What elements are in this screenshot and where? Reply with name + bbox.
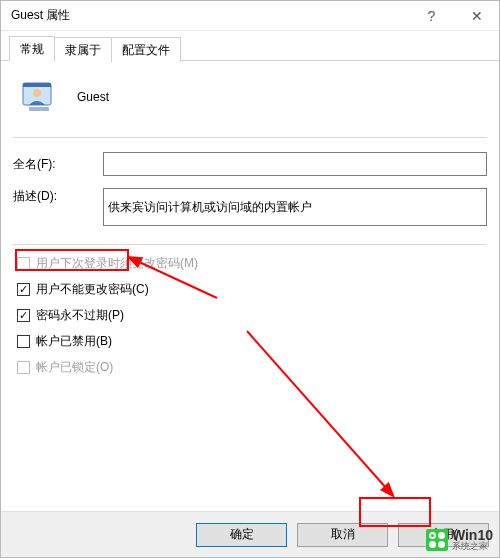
dialog-window: Guest 属性 ? ✕ 常规 隶属于 配置文件 Guest 全名(F): 描述… — [0, 0, 500, 558]
tab-general[interactable]: 常规 — [9, 36, 55, 61]
checkbox-password-never-expires[interactable]: 密码永不过期(P) — [17, 307, 487, 323]
fullname-row: 全名(F): — [13, 152, 487, 176]
account-header: Guest — [13, 73, 487, 133]
account-name: Guest — [77, 90, 109, 104]
checkbox-account-disabled[interactable]: 帐户已禁用(B) — [17, 333, 487, 349]
checkbox-account-locked: 帐户已锁定(O) — [17, 359, 487, 375]
window-title: Guest 属性 — [11, 7, 70, 24]
svg-rect-1 — [23, 83, 51, 87]
fullname-input[interactable] — [103, 152, 487, 176]
close-button[interactable]: ✕ — [454, 1, 499, 31]
checkbox-user-cannot-change[interactable]: 用户不能更改密码(C) — [17, 281, 487, 297]
checkbox-icon — [17, 309, 30, 322]
checkbox-icon — [17, 335, 30, 348]
description-input[interactable] — [103, 188, 487, 226]
svg-point-2 — [33, 89, 41, 97]
titlebar: Guest 属性 ? ✕ — [1, 1, 499, 31]
checkbox-user-must-change: 用户下次登录时须更改密码(M) — [17, 255, 487, 271]
tab-profile[interactable]: 配置文件 — [111, 37, 181, 62]
tab-bar: 常规 隶属于 配置文件 — [1, 35, 499, 61]
help-button[interactable]: ? — [409, 1, 454, 31]
tab-memberof[interactable]: 隶属于 — [54, 37, 112, 62]
user-account-icon — [19, 77, 59, 117]
description-label: 描述(D): — [13, 188, 103, 205]
watermark-line2: 系统之家 — [452, 542, 493, 551]
checkbox-icon — [17, 283, 30, 296]
checkbox-icon — [17, 361, 30, 374]
watermark-logo-icon — [426, 529, 448, 551]
watermark-line1: Win10 — [452, 528, 493, 542]
watermark: Win10 系统之家 — [426, 528, 493, 551]
tab-content-general: Guest 全名(F): 描述(D): 用户下次登录时须更改密码(M) 用户不能… — [1, 61, 499, 499]
dialog-buttons: 确定 取消 应用( — [1, 511, 499, 557]
svg-rect-3 — [29, 107, 49, 111]
cancel-button[interactable]: 取消 — [297, 523, 388, 547]
checkbox-icon — [17, 257, 30, 270]
description-row: 描述(D): — [13, 188, 487, 226]
ok-button[interactable]: 确定 — [196, 523, 287, 547]
fullname-label: 全名(F): — [13, 156, 103, 173]
